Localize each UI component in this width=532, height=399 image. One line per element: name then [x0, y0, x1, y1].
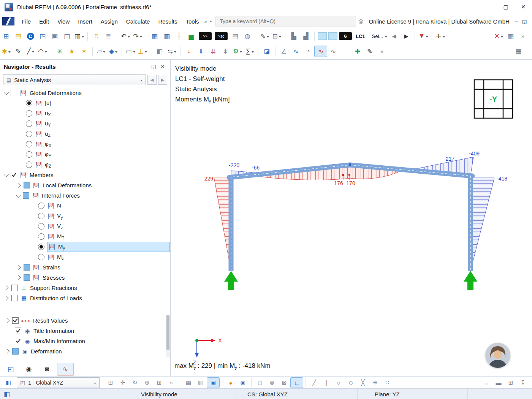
chevron-right-icon[interactable]	[16, 183, 21, 188]
diamond-snap-button[interactable]: ◇	[345, 378, 357, 388]
printout-report-button[interactable]: ▤	[229, 31, 241, 41]
right-support[interactable]	[464, 271, 477, 290]
panel-restore-icon[interactable]: ◱	[522, 19, 527, 24]
tree-item-phiy[interactable]: φY	[0, 149, 170, 160]
draw-arc-button[interactable]: ◠	[36, 46, 49, 57]
tab-visibility[interactable]: ◉	[21, 363, 37, 375]
lock-snap-button[interactable]: ◉	[237, 378, 249, 388]
report-button[interactable]: ≣	[102, 31, 114, 41]
pan-button[interactable]: ✛	[434, 31, 446, 41]
guidelines-button[interactable]: ▥	[195, 378, 207, 388]
open-model-button[interactable]: ▤	[12, 31, 24, 41]
numbering-desc-button[interactable]: ▟	[300, 31, 312, 41]
web-services-button[interactable]: ◍	[241, 31, 253, 41]
menu-insert[interactable]: Insert	[74, 14, 97, 29]
radio-n[interactable]	[38, 203, 44, 209]
model-canvas[interactable]: 229 -220 -66 176 170 -217 -409 -418 Visi…	[171, 60, 532, 376]
minimize-button[interactable]: ─	[480, 0, 497, 14]
list-item-deformation[interactable]: ◉ Deformation	[0, 346, 170, 356]
undo-button[interactable]: ↶	[119, 31, 131, 41]
tree-item-uz[interactable]: uZ	[0, 129, 170, 139]
tree-item-strains[interactable]: Strains	[0, 262, 170, 272]
export-button[interactable]: ↧	[517, 378, 529, 388]
tree-item-phiz[interactable]: φZ	[0, 160, 170, 170]
radio-vz[interactable]	[38, 223, 44, 230]
tree-item-members[interactable]: Members	[0, 170, 170, 180]
generate-star1-button[interactable]: ★	[66, 46, 78, 57]
load-wizard-button[interactable]: ⚙	[231, 46, 244, 57]
chevron-right-icon[interactable]	[16, 275, 21, 280]
parallel-snap-button[interactable]: ∥	[320, 378, 332, 388]
checkbox-local-deformations[interactable]	[24, 182, 30, 188]
menu-view[interactable]: View	[53, 14, 74, 29]
list-item-result-values[interactable]: x.x.x Result Values	[0, 315, 170, 326]
display-style-button[interactable]: ✎	[258, 31, 271, 41]
snapshot-button[interactable]: ▣	[49, 31, 61, 41]
tab-result-diagrams[interactable]: ∿	[57, 363, 74, 375]
next-load-case-button[interactable]: ▶	[400, 31, 412, 41]
checkbox-global-deformations[interactable]	[11, 90, 17, 96]
radio-mz[interactable]	[38, 254, 44, 260]
dock-icon[interactable]: ◱	[149, 63, 159, 70]
cross-snap-button[interactable]: ╳	[357, 378, 369, 388]
tree-item-mt[interactable]: MT	[0, 231, 170, 242]
smooth-results-button[interactable]: ∿	[327, 46, 339, 57]
checkbox-strains[interactable]	[24, 264, 30, 271]
annotate-button[interactable]: ✎	[364, 46, 376, 57]
member-load-button[interactable]: ⇓	[195, 46, 207, 57]
color-swatch-1[interactable]	[318, 32, 327, 40]
checkbox-result-values[interactable]	[12, 317, 19, 324]
close-button[interactable]: ✕	[515, 0, 532, 14]
chart-button[interactable]: ▅	[185, 31, 197, 41]
surface-load-button[interactable]: ⇊	[207, 46, 219, 57]
right-grid-button[interactable]: ▦	[512, 46, 524, 57]
clipping-plane-button[interactable]: ◔	[302, 46, 314, 57]
zoom-window-button[interactable]: ⊞	[153, 378, 165, 388]
color-swatch-2[interactable]	[328, 32, 337, 40]
checkbox-deformation[interactable]	[12, 348, 19, 355]
snap-grid-button[interactable]: ▦	[182, 378, 195, 388]
search-input[interactable]	[219, 18, 353, 25]
radio-mt[interactable]	[38, 233, 44, 240]
work-plane-button[interactable]: ┼	[173, 31, 185, 41]
chevron-right-icon[interactable]	[4, 296, 9, 301]
combinations-button[interactable]: ∑	[244, 46, 256, 57]
apex-node[interactable]	[349, 163, 351, 166]
chevron-down-icon[interactable]	[4, 172, 9, 177]
menu-calculate[interactable]: Calculate	[122, 14, 154, 29]
keyword-search[interactable]	[215, 16, 356, 27]
radio-u-abs[interactable]	[26, 100, 32, 106]
zoom-in-button[interactable]: ⊕	[141, 378, 153, 388]
nodal-load-button[interactable]: ↓	[183, 46, 195, 57]
menu-tools[interactable]: Tools	[181, 14, 203, 29]
openings-button[interactable]: ▭	[124, 46, 136, 57]
render-3d-button[interactable]: ◳	[36, 31, 49, 41]
surfaces-button[interactable]: ▱	[95, 46, 107, 57]
menu-file[interactable]: File	[17, 14, 35, 29]
panel-minimize-icon[interactable]: ─	[515, 19, 518, 24]
result-diagrams-button[interactable]: ∿	[314, 46, 327, 57]
left-support[interactable]	[224, 271, 238, 290]
radio-uy[interactable]	[26, 120, 32, 127]
menu-overflow-icon[interactable]: »	[203, 19, 208, 24]
list-item-maxmin-information[interactable]: ◉ Max/Min Information	[0, 336, 170, 346]
tree-item-my[interactable]: My	[0, 242, 170, 252]
chevron-right-icon[interactable]	[5, 349, 10, 354]
collapse-panel-button[interactable]: ▬	[492, 378, 505, 388]
selected-result-highlight[interactable]: My	[47, 242, 170, 252]
console-button[interactable]: >>	[197, 31, 213, 41]
tree-item-n[interactable]: N	[0, 201, 170, 211]
tree-item-internal-forces[interactable]: Internal Forces	[0, 190, 170, 201]
free-load-button[interactable]: ↡	[219, 46, 231, 57]
dots-snap-button[interactable]: ∷	[381, 378, 393, 388]
tree-item-uy[interactable]: uY	[0, 119, 170, 129]
tables-button[interactable]: ▦	[149, 31, 161, 41]
g-button[interactable]: G	[339, 32, 352, 40]
numbering-asc-button[interactable]: ▙	[288, 31, 300, 41]
box-select-button[interactable]: □	[254, 378, 266, 388]
wave-box-button[interactable]: ∿	[290, 46, 302, 57]
list-item-title-information[interactable]: ◉ Title Information	[0, 326, 170, 336]
draw-line-button[interactable]: ✎	[12, 46, 24, 57]
radio-phiz[interactable]	[26, 162, 32, 168]
chevron-right-icon[interactable]	[16, 265, 21, 270]
